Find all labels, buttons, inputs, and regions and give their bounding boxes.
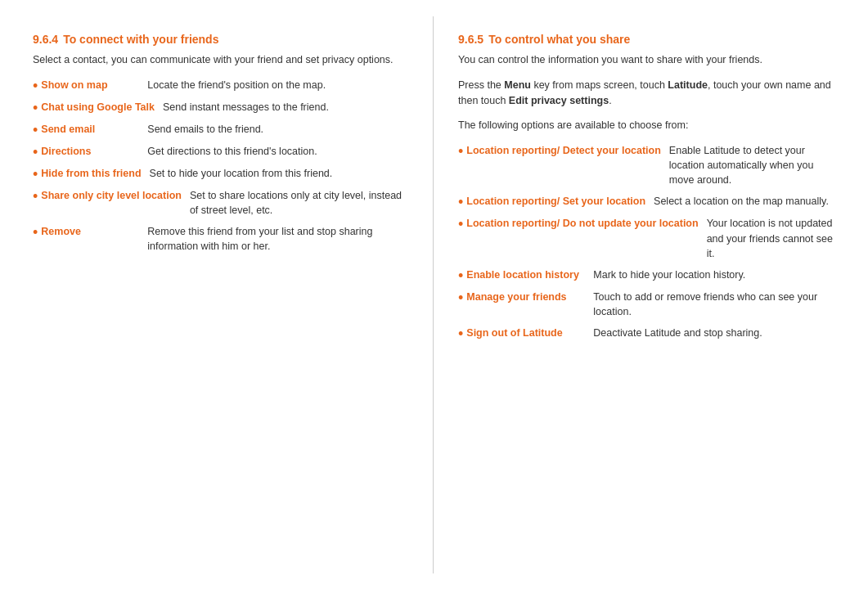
bullet-content: Show on map Locate the friend's position… xyxy=(41,78,408,93)
right-section-number: 9.6.5 xyxy=(458,33,483,46)
bullet-dot: • xyxy=(33,123,38,137)
bullet-content: Directions Get directions to this friend… xyxy=(41,144,408,160)
right-section-heading: 9.6.5 To control what you share xyxy=(458,33,835,46)
bullet-term: Location reporting/ Do not update your l… xyxy=(466,216,698,260)
bullet-desc: Select a location on the map manually. xyxy=(654,194,835,209)
list-item: • Chat using Google Talk Send instant me… xyxy=(33,100,408,115)
bullet-content: Manage your friends Touch to add or remo… xyxy=(466,290,835,319)
bullet-term: Directions xyxy=(41,144,139,160)
bullet-content: Sign out of Latitude Deactivate Latitude… xyxy=(466,326,835,341)
bullet-content: Location reporting/ Detect your location… xyxy=(466,143,835,187)
bullet-content: Location reporting/ Set your location Se… xyxy=(466,194,835,209)
bullet-desc: Deactivate Latitude and stop sharing. xyxy=(593,326,835,341)
list-item: • Manage your friends Touch to add or re… xyxy=(458,290,835,319)
bullet-content: Remove Remove this friend from your list… xyxy=(41,224,408,254)
list-item: • Directions Get directions to this frie… xyxy=(33,144,408,160)
list-item: • Location reporting/ Do not update your… xyxy=(458,216,835,260)
bullet-desc: Touch to add or remove friends who can s… xyxy=(593,290,835,319)
bullet-content: Enable location history Mark to hide you… xyxy=(466,268,835,283)
bullet-desc: Send emails to the friend. xyxy=(147,122,408,137)
list-item: • Enable location history Mark to hide y… xyxy=(458,268,835,283)
bullet-desc: Set to hide your location from this frie… xyxy=(150,166,408,182)
bullet-dot: • xyxy=(33,101,38,115)
right-section-title: To control what you share xyxy=(488,33,630,46)
bullet-term: Send email xyxy=(41,122,139,137)
bullet-desc: Set to share locations only at city leve… xyxy=(190,188,408,218)
list-item: • Remove Remove this friend from your li… xyxy=(33,224,408,254)
page-spread: 9.6.4 To connect with your friends Selec… xyxy=(0,0,868,598)
right-intro3: The following options are available to c… xyxy=(458,118,835,133)
left-bullet-list: • Show on map Locate the friend's positi… xyxy=(33,78,408,254)
bold-edit-privacy: Edit privacy settings xyxy=(509,95,609,106)
bullet-dot: • xyxy=(33,145,38,160)
right-intro1: You can control the information you want… xyxy=(458,52,835,68)
left-section-title: To connect with your friends xyxy=(63,33,218,46)
list-item: • Location reporting/ Set your location … xyxy=(458,194,835,209)
bullet-dot: • xyxy=(33,167,38,182)
bullet-dot: • xyxy=(458,326,463,341)
bullet-desc: Your location is not updated and your fr… xyxy=(707,216,835,260)
bullet-content: Share only city level location Set to sh… xyxy=(41,188,408,218)
bullet-desc: Send instant messages to the friend. xyxy=(163,100,408,115)
left-page: 9.6.4 To connect with your friends Selec… xyxy=(0,16,434,573)
bullet-content: Hide from this friend Set to hide your l… xyxy=(41,166,408,182)
bullet-term: Remove xyxy=(41,224,139,254)
bullet-term: Sign out of Latitude xyxy=(466,326,585,341)
bullet-dot: • xyxy=(33,79,38,93)
bullet-term: Show on map xyxy=(41,78,139,93)
bullet-dot: • xyxy=(458,268,463,283)
list-item: • Location reporting/ Detect your locati… xyxy=(458,143,835,187)
bold-latitude: Latitude xyxy=(668,79,708,91)
list-item: • Send email Send emails to the friend. xyxy=(33,122,408,137)
bullet-desc: Locate the friend's position on the map. xyxy=(147,78,408,93)
bullet-term: Manage your friends xyxy=(466,290,585,319)
bullet-desc: Get directions to this friend's location… xyxy=(147,144,408,160)
bullet-term: Enable location history xyxy=(466,268,585,283)
list-item: • Share only city level location Set to … xyxy=(33,188,408,218)
right-bullet-list: • Location reporting/ Detect your locati… xyxy=(458,143,835,341)
bullet-term: Location reporting/ Set your location xyxy=(466,194,645,209)
bullet-content: Location reporting/ Do not update your l… xyxy=(466,216,835,260)
list-item: • Hide from this friend Set to hide your… xyxy=(33,166,408,182)
bold-menu: Menu xyxy=(504,79,531,91)
bullet-content: Send email Send emails to the friend. xyxy=(41,122,408,137)
bullet-desc: Remove this friend from your list and st… xyxy=(147,224,408,254)
bullet-term: Location reporting/ Detect your location xyxy=(466,143,661,187)
bullet-content: Chat using Google Talk Send instant mess… xyxy=(41,100,408,115)
left-intro: Select a contact, you can communicate wi… xyxy=(33,52,408,68)
bullet-desc: Enable Latitude to detect your location … xyxy=(669,143,835,187)
right-intro2: Press the Menu key from maps screen, tou… xyxy=(458,78,835,109)
bullet-term: Share only city level location xyxy=(41,188,182,218)
bullet-dot: • xyxy=(458,217,463,260)
bullet-term: Chat using Google Talk xyxy=(41,100,155,115)
bullet-dot: • xyxy=(458,144,463,187)
left-section-number: 9.6.4 xyxy=(33,33,58,46)
right-page: 9.6.5 To control what you share You can … xyxy=(434,16,868,573)
bullet-dot: • xyxy=(458,195,463,209)
left-section-heading: 9.6.4 To connect with your friends xyxy=(33,33,408,46)
bullet-desc: Mark to hide your location history. xyxy=(593,268,835,283)
list-item: • Show on map Locate the friend's positi… xyxy=(33,78,408,93)
list-item: • Sign out of Latitude Deactivate Latitu… xyxy=(458,326,835,341)
bullet-dot: • xyxy=(33,225,38,254)
bullet-term: Hide from this friend xyxy=(41,166,141,182)
bullet-dot: • xyxy=(458,290,463,319)
bullet-dot: • xyxy=(33,189,38,218)
